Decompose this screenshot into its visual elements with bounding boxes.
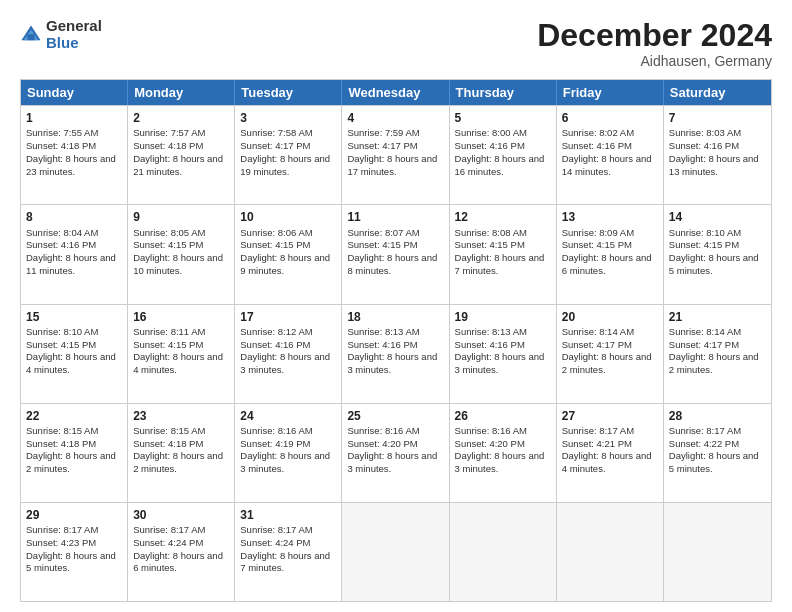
table-row: 15Sunrise: 8:10 AMSunset: 4:15 PMDayligh… [21, 305, 128, 403]
day-number: 21 [669, 309, 766, 325]
header-friday: Friday [557, 80, 664, 105]
header-wednesday: Wednesday [342, 80, 449, 105]
sunset: Sunset: 4:15 PM [133, 339, 203, 350]
table-row: 3Sunrise: 7:58 AMSunset: 4:17 PMDaylight… [235, 106, 342, 204]
sunrise: Sunrise: 8:04 AM [26, 227, 98, 238]
calendar: Sunday Monday Tuesday Wednesday Thursday… [20, 79, 772, 602]
table-row: 21Sunrise: 8:14 AMSunset: 4:17 PMDayligh… [664, 305, 771, 403]
location: Aidhausen, Germany [537, 53, 772, 69]
sunrise: Sunrise: 8:16 AM [240, 425, 312, 436]
day-number: 20 [562, 309, 658, 325]
day-number: 4 [347, 110, 443, 126]
day-number: 12 [455, 209, 551, 225]
sunrise: Sunrise: 7:58 AM [240, 127, 312, 138]
sunrise: Sunrise: 8:17 AM [240, 524, 312, 535]
logo-general-label: General [46, 18, 102, 35]
table-row: 27Sunrise: 8:17 AMSunset: 4:21 PMDayligh… [557, 404, 664, 502]
day-number: 8 [26, 209, 122, 225]
table-row: 4Sunrise: 7:59 AMSunset: 4:17 PMDaylight… [342, 106, 449, 204]
sunset: Sunset: 4:18 PM [133, 438, 203, 449]
sunset: Sunset: 4:15 PM [240, 239, 310, 250]
sunrise: Sunrise: 8:17 AM [26, 524, 98, 535]
sunrise: Sunrise: 7:55 AM [26, 127, 98, 138]
table-row: 14Sunrise: 8:10 AMSunset: 4:15 PMDayligh… [664, 205, 771, 303]
daylight: Daylight: 8 hours and 7 minutes. [240, 550, 330, 574]
sunset: Sunset: 4:16 PM [455, 140, 525, 151]
sunset: Sunset: 4:20 PM [455, 438, 525, 449]
table-row: 18Sunrise: 8:13 AMSunset: 4:16 PMDayligh… [342, 305, 449, 403]
daylight: Daylight: 8 hours and 5 minutes. [669, 252, 759, 276]
month-title: December 2024 [537, 18, 772, 53]
daylight: Daylight: 8 hours and 5 minutes. [669, 450, 759, 474]
sunrise: Sunrise: 8:11 AM [133, 326, 205, 337]
daylight: Daylight: 8 hours and 11 minutes. [26, 252, 116, 276]
daylight: Daylight: 8 hours and 3 minutes. [455, 450, 545, 474]
sunset: Sunset: 4:17 PM [347, 140, 417, 151]
day-number: 31 [240, 507, 336, 523]
sunrise: Sunrise: 8:13 AM [455, 326, 527, 337]
header: General Blue December 2024 Aidhausen, Ge… [20, 18, 772, 69]
table-row [664, 503, 771, 601]
daylight: Daylight: 8 hours and 5 minutes. [26, 550, 116, 574]
table-row: 28Sunrise: 8:17 AMSunset: 4:22 PMDayligh… [664, 404, 771, 502]
header-thursday: Thursday [450, 80, 557, 105]
table-row: 30Sunrise: 8:17 AMSunset: 4:24 PMDayligh… [128, 503, 235, 601]
sunrise: Sunrise: 8:05 AM [133, 227, 205, 238]
daylight: Daylight: 8 hours and 3 minutes. [347, 450, 437, 474]
sunrise: Sunrise: 8:17 AM [133, 524, 205, 535]
day-number: 6 [562, 110, 658, 126]
sunset: Sunset: 4:15 PM [347, 239, 417, 250]
table-row: 6Sunrise: 8:02 AMSunset: 4:16 PMDaylight… [557, 106, 664, 204]
daylight: Daylight: 8 hours and 6 minutes. [562, 252, 652, 276]
sunrise: Sunrise: 7:59 AM [347, 127, 419, 138]
day-number: 1 [26, 110, 122, 126]
sunrise: Sunrise: 8:16 AM [455, 425, 527, 436]
sunrise: Sunrise: 7:57 AM [133, 127, 205, 138]
daylight: Daylight: 8 hours and 4 minutes. [562, 450, 652, 474]
sunrise: Sunrise: 8:17 AM [562, 425, 634, 436]
daylight: Daylight: 8 hours and 21 minutes. [133, 153, 223, 177]
sunrise: Sunrise: 8:14 AM [562, 326, 634, 337]
daylight: Daylight: 8 hours and 7 minutes. [455, 252, 545, 276]
calendar-row-2: 8Sunrise: 8:04 AMSunset: 4:16 PMDaylight… [21, 204, 771, 303]
table-row: 29Sunrise: 8:17 AMSunset: 4:23 PMDayligh… [21, 503, 128, 601]
daylight: Daylight: 8 hours and 14 minutes. [562, 153, 652, 177]
table-row: 11Sunrise: 8:07 AMSunset: 4:15 PMDayligh… [342, 205, 449, 303]
sunset: Sunset: 4:15 PM [669, 239, 739, 250]
sunset: Sunset: 4:16 PM [669, 140, 739, 151]
logo-icon [20, 24, 42, 46]
day-number: 11 [347, 209, 443, 225]
day-number: 18 [347, 309, 443, 325]
svg-rect-2 [27, 34, 34, 40]
calendar-row-4: 22Sunrise: 8:15 AMSunset: 4:18 PMDayligh… [21, 403, 771, 502]
day-number: 30 [133, 507, 229, 523]
table-row: 5Sunrise: 8:00 AMSunset: 4:16 PMDaylight… [450, 106, 557, 204]
sunset: Sunset: 4:17 PM [669, 339, 739, 350]
logo: General Blue [20, 18, 102, 51]
sunrise: Sunrise: 8:12 AM [240, 326, 312, 337]
logo-text: General Blue [46, 18, 102, 51]
table-row: 12Sunrise: 8:08 AMSunset: 4:15 PMDayligh… [450, 205, 557, 303]
title-block: December 2024 Aidhausen, Germany [537, 18, 772, 69]
sunset: Sunset: 4:23 PM [26, 537, 96, 548]
day-number: 3 [240, 110, 336, 126]
daylight: Daylight: 8 hours and 16 minutes. [455, 153, 545, 177]
sunrise: Sunrise: 8:15 AM [26, 425, 98, 436]
day-number: 16 [133, 309, 229, 325]
day-number: 27 [562, 408, 658, 424]
daylight: Daylight: 8 hours and 2 minutes. [669, 351, 759, 375]
day-number: 28 [669, 408, 766, 424]
sunset: Sunset: 4:16 PM [455, 339, 525, 350]
sunrise: Sunrise: 8:10 AM [26, 326, 98, 337]
sunrise: Sunrise: 8:06 AM [240, 227, 312, 238]
header-saturday: Saturday [664, 80, 771, 105]
table-row [557, 503, 664, 601]
daylight: Daylight: 8 hours and 2 minutes. [26, 450, 116, 474]
daylight: Daylight: 8 hours and 6 minutes. [133, 550, 223, 574]
page: General Blue December 2024 Aidhausen, Ge… [0, 0, 792, 612]
sunset: Sunset: 4:18 PM [26, 140, 96, 151]
sunset: Sunset: 4:16 PM [347, 339, 417, 350]
table-row: 9Sunrise: 8:05 AMSunset: 4:15 PMDaylight… [128, 205, 235, 303]
sunrise: Sunrise: 8:16 AM [347, 425, 419, 436]
header-sunday: Sunday [21, 80, 128, 105]
